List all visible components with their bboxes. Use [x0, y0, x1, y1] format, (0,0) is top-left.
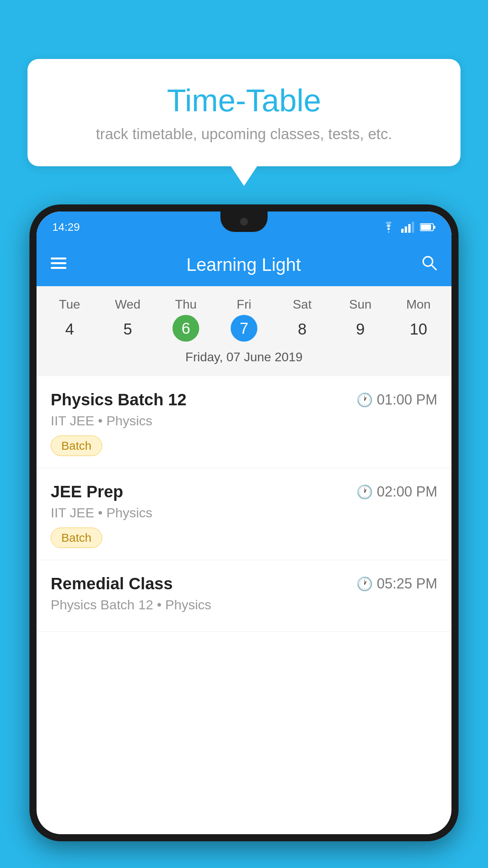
schedule-item-1[interactable]: Physics Batch 12 🕐 01:00 PM IIT JEE • Ph…: [37, 376, 451, 468]
clock-icon-2: 🕐: [356, 484, 373, 500]
schedule-item-1-time-text: 01:00 PM: [377, 392, 437, 408]
svg-rect-5: [421, 224, 431, 230]
svg-line-11: [431, 265, 437, 270]
schedule-item-2-time: 🕐 02:00 PM: [356, 484, 437, 500]
schedule-item-3-subtitle: Physics Batch 12 • Physics: [51, 597, 437, 612]
screen-inner: 14:29: [37, 211, 451, 834]
day-10[interactable]: 10: [389, 315, 448, 344]
speech-bubble: Time-Table track timetable, upcoming cla…: [28, 59, 460, 166]
bubble-subtitle: track timetable, upcoming classes, tests…: [47, 126, 441, 143]
phone-frame: 14:29: [29, 204, 459, 868]
svg-rect-0: [401, 229, 404, 233]
svg-rect-9: [51, 267, 66, 269]
svg-rect-6: [434, 226, 435, 229]
clock-icon-1: 🕐: [356, 392, 373, 408]
phone-notch: [220, 211, 268, 232]
status-bar: 14:29: [37, 211, 451, 243]
day-header-mon: Mon: [389, 294, 448, 315]
svg-rect-2: [408, 224, 411, 233]
status-time: 14:29: [52, 221, 80, 234]
batch-badge-2: Batch: [51, 528, 102, 548]
day-4[interactable]: 4: [40, 315, 99, 344]
schedule-item-2-subtitle: IIT JEE • Physics: [51, 505, 437, 520]
schedule-item-1-title: Physics Batch 12: [51, 390, 187, 409]
selected-date-label: Friday, 07 June 2019: [37, 344, 451, 372]
signal-icon: [401, 222, 415, 233]
batch-badge-1: Batch: [51, 436, 102, 456]
schedule-item-1-header: Physics Batch 12 🕐 01:00 PM: [51, 390, 437, 409]
day-7-selected[interactable]: 7: [231, 315, 257, 342]
svg-rect-1: [405, 226, 407, 233]
schedule-item-2[interactable]: JEE Prep 🕐 02:00 PM IIT JEE • Physics Ba…: [37, 468, 451, 560]
schedule-item-3[interactable]: Remedial Class 🕐 05:25 PM Physics Batch …: [37, 560, 451, 632]
status-icons: [382, 222, 436, 233]
svg-rect-7: [51, 257, 66, 259]
day-header-sat: Sat: [273, 294, 331, 315]
day-header-tue: Tue: [40, 294, 99, 315]
schedule-item-2-header: JEE Prep 🕐 02:00 PM: [51, 482, 437, 501]
day-numbers: 4 5 6 7 8 9 10: [37, 315, 451, 344]
schedule-item-3-time-text: 05:25 PM: [377, 576, 437, 592]
schedule-item-1-subtitle: IIT JEE • Physics: [51, 413, 437, 428]
wifi-icon: [382, 222, 396, 233]
schedule-item-3-time: 🕐 05:25 PM: [356, 576, 437, 592]
svg-rect-3: [412, 222, 414, 233]
schedule-item-3-title: Remedial Class: [51, 574, 173, 593]
day-header-fri: Fri: [215, 294, 273, 315]
svg-point-10: [423, 257, 433, 266]
speech-bubble-container: Time-Table track timetable, upcoming cla…: [28, 59, 460, 166]
bubble-title: Time-Table: [47, 83, 441, 119]
schedule-content: Physics Batch 12 🕐 01:00 PM IIT JEE • Ph…: [37, 376, 451, 632]
day-9[interactable]: 9: [331, 315, 389, 344]
day-header-sun: Sun: [331, 294, 389, 315]
day-header-wed: Wed: [99, 294, 157, 315]
clock-icon-3: 🕐: [356, 576, 373, 592]
camera-dot: [240, 218, 248, 226]
schedule-item-2-time-text: 02:00 PM: [377, 484, 437, 500]
day-6-today[interactable]: 6: [172, 315, 199, 342]
calendar-strip: Tue Wed Thu Fri Sat Sun Mon 4 5 6 7 8: [37, 286, 451, 376]
app-title: Learning Light: [186, 254, 301, 275]
phone-screen: 14:29: [37, 211, 451, 834]
app-bar: Learning Light: [37, 243, 451, 286]
day-5[interactable]: 5: [99, 315, 157, 344]
schedule-item-3-header: Remedial Class 🕐 05:25 PM: [51, 574, 437, 593]
day-8[interactable]: 8: [273, 315, 331, 344]
menu-icon[interactable]: [51, 256, 66, 273]
schedule-item-1-time: 🕐 01:00 PM: [356, 392, 437, 408]
search-icon[interactable]: [421, 254, 437, 275]
battery-icon: [420, 223, 436, 232]
schedule-item-2-title: JEE Prep: [51, 482, 123, 501]
phone-outer: 14:29: [29, 204, 459, 841]
svg-rect-8: [51, 262, 66, 264]
day-header-thu: Thu: [157, 294, 215, 315]
day-headers: Tue Wed Thu Fri Sat Sun Mon: [37, 294, 451, 315]
